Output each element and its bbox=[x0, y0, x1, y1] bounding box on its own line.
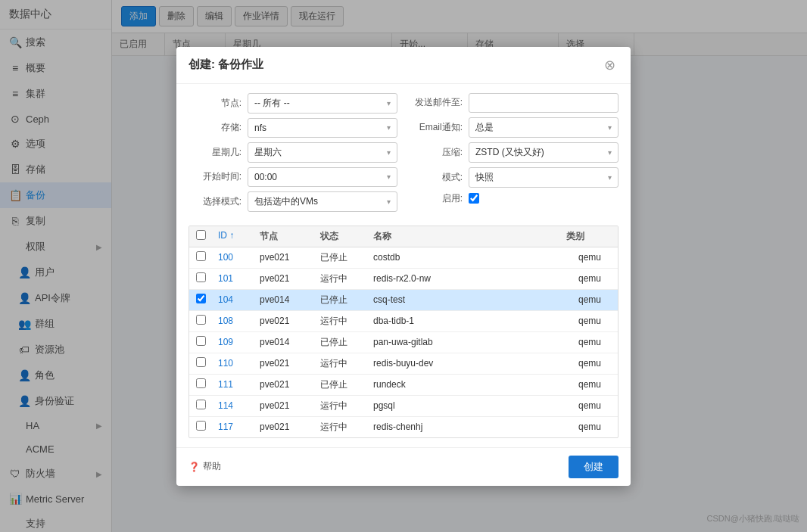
dialog-body: 节点: -- 所有 -- ▾ 存储: nfs ▾ bbox=[176, 84, 631, 447]
email-row: 发送邮件至: bbox=[410, 93, 618, 113]
chevron-down-icon-mode: ▾ bbox=[387, 198, 391, 206]
chevron-down-icon-snapshot: ▾ bbox=[608, 173, 612, 182]
row-type: qemu bbox=[572, 397, 618, 415]
row-name: rundeck bbox=[367, 375, 572, 394]
help-label: 帮助 bbox=[203, 460, 221, 473]
table-row[interactable]: 104 pve014 已停止 csq-test qemu bbox=[189, 290, 618, 311]
table-row[interactable]: 117 pve021 运行中 redis-chenhj qemu bbox=[189, 417, 618, 437]
table-row[interactable]: 108 pve021 运行中 dba-tidb-1 qemu bbox=[189, 311, 618, 332]
main-content: 添加 删除 编辑 作业详情 现在运行 已启用 节点 星期几 开始... 存储 选… bbox=[112, 0, 807, 532]
row-check-input[interactable] bbox=[196, 336, 206, 346]
weekday-select[interactable]: 星期六 ▾ bbox=[248, 142, 397, 163]
th-id: ID ↑ bbox=[212, 226, 254, 247]
th-node-col: 节点 bbox=[254, 226, 314, 247]
select-mode-row: 选择模式: 包括选中的VMs ▾ bbox=[189, 191, 397, 212]
row-status: 已停止 bbox=[314, 332, 367, 353]
table-row[interactable]: 100 pve021 已停止 costdb qemu bbox=[189, 247, 618, 269]
table-row[interactable]: 110 pve021 运行中 redis-buyu-dev qemu bbox=[189, 353, 618, 375]
th-scroll bbox=[606, 226, 618, 247]
select-all-checkbox[interactable] bbox=[196, 230, 206, 240]
node-row: 节点: -- 所有 -- ▾ bbox=[189, 93, 397, 114]
chevron-down-icon-compress: ▾ bbox=[608, 148, 612, 157]
select-mode-select[interactable]: 包括选中的VMs ▾ bbox=[248, 191, 397, 212]
row-id: 108 bbox=[212, 312, 254, 330]
row-status: 已停止 bbox=[314, 247, 367, 268]
form-col-right: 发送邮件至: Email通知: 总是 ▾ 压缩: bbox=[410, 93, 618, 216]
row-type: qemu bbox=[572, 312, 618, 330]
row-node: pve021 bbox=[254, 269, 314, 288]
row-name: redis-chenhj bbox=[367, 418, 572, 436]
row-checkbox[interactable] bbox=[189, 269, 212, 288]
chevron-down-icon-weekday: ▾ bbox=[387, 148, 391, 157]
row-checkbox[interactable] bbox=[189, 332, 212, 352]
row-node: pve021 bbox=[254, 397, 314, 415]
close-button[interactable]: ⊗ bbox=[600, 56, 618, 74]
row-checkbox[interactable] bbox=[189, 311, 212, 331]
row-name: csq-test bbox=[367, 291, 572, 309]
weekday-value: 星期六 bbox=[254, 146, 282, 159]
row-name: pan-uwa-gitlab bbox=[367, 333, 572, 351]
chevron-down-icon-time: ▾ bbox=[387, 173, 391, 181]
row-type: qemu bbox=[572, 269, 618, 288]
compress-label: 压缩: bbox=[410, 146, 463, 159]
row-checkbox[interactable] bbox=[189, 353, 212, 373]
vm-table-body: 100 pve021 已停止 costdb qemu 101 pve021 运行… bbox=[189, 247, 618, 437]
row-checkbox[interactable] bbox=[189, 417, 212, 437]
row-checkbox[interactable] bbox=[189, 290, 212, 310]
row-id: 101 bbox=[212, 269, 254, 288]
table-row[interactable]: 109 pve014 已停止 pan-uwa-gitlab qemu bbox=[189, 332, 618, 353]
table-row[interactable]: 111 pve021 已停止 rundeck qemu bbox=[189, 375, 618, 396]
node-value: -- 所有 -- bbox=[254, 97, 290, 110]
row-check-input[interactable] bbox=[196, 400, 206, 409]
node-select[interactable]: -- 所有 -- ▾ bbox=[248, 93, 397, 114]
chevron-down-icon: ▾ bbox=[387, 99, 391, 107]
row-check-input[interactable] bbox=[196, 272, 206, 282]
storage-row: 存储: nfs ▾ bbox=[189, 118, 397, 138]
row-status: 运行中 bbox=[314, 269, 367, 289]
row-type: qemu bbox=[572, 418, 618, 436]
storage-value: nfs bbox=[254, 123, 266, 133]
form-grid: 节点: -- 所有 -- ▾ 存储: nfs ▾ bbox=[189, 93, 618, 216]
chevron-down-icon-storage: ▾ bbox=[387, 123, 391, 132]
row-name: pgsql bbox=[367, 397, 572, 415]
table-row[interactable]: 114 pve021 运行中 pgsql qemu bbox=[189, 396, 618, 417]
chevron-down-icon-notify: ▾ bbox=[608, 123, 612, 132]
email-notify-select[interactable]: 总是 ▾ bbox=[469, 117, 618, 138]
row-check-input[interactable] bbox=[196, 378, 206, 388]
row-id: 100 bbox=[212, 248, 254, 266]
row-check-input[interactable] bbox=[196, 357, 206, 367]
compress-value: ZSTD (又快又好) bbox=[475, 146, 544, 159]
mode-select[interactable]: 快照 ▾ bbox=[469, 167, 618, 188]
modal-overlay: 创建: 备份作业 ⊗ 节点: -- 所有 -- ▾ bbox=[112, 0, 807, 532]
email-input[interactable] bbox=[469, 93, 618, 113]
row-name: redis-buyu-dev bbox=[367, 354, 572, 372]
row-type: qemu bbox=[572, 375, 618, 394]
row-check-input[interactable] bbox=[196, 315, 206, 325]
row-checkbox[interactable] bbox=[189, 375, 212, 394]
help-link[interactable]: ❓ 帮助 bbox=[189, 460, 221, 473]
row-check-input[interactable] bbox=[196, 294, 206, 303]
vm-table-header: ID ↑ 节点 状态 名称 类别 bbox=[189, 226, 618, 247]
create-button[interactable]: 创建 bbox=[569, 456, 618, 478]
compress-select[interactable]: ZSTD (又快又好) ▾ bbox=[469, 142, 618, 163]
row-node: pve021 bbox=[254, 354, 314, 372]
table-row[interactable]: 101 pve021 运行中 redis-rx2.0-nw qemu bbox=[189, 269, 618, 290]
row-type: qemu bbox=[572, 291, 618, 309]
row-id: 110 bbox=[212, 354, 254, 372]
row-checkbox[interactable] bbox=[189, 247, 212, 267]
row-check-input[interactable] bbox=[196, 421, 206, 431]
dialog-footer: ❓ 帮助 创建 bbox=[176, 447, 631, 486]
enable-checkbox-wrap bbox=[469, 193, 479, 204]
row-checkbox[interactable] bbox=[189, 396, 212, 415]
row-type: qemu bbox=[572, 333, 618, 351]
row-node: pve021 bbox=[254, 418, 314, 436]
th-type: 类别 bbox=[560, 226, 606, 247]
start-time-input[interactable]: 00:00 ▾ bbox=[248, 167, 397, 187]
row-node: pve014 bbox=[254, 333, 314, 351]
storage-select[interactable]: nfs ▾ bbox=[248, 118, 397, 138]
enable-checkbox[interactable] bbox=[469, 193, 479, 204]
node-label: 节点: bbox=[189, 97, 241, 110]
row-check-input[interactable] bbox=[196, 251, 206, 261]
help-icon: ❓ bbox=[189, 462, 200, 472]
th-status: 状态 bbox=[314, 226, 367, 247]
